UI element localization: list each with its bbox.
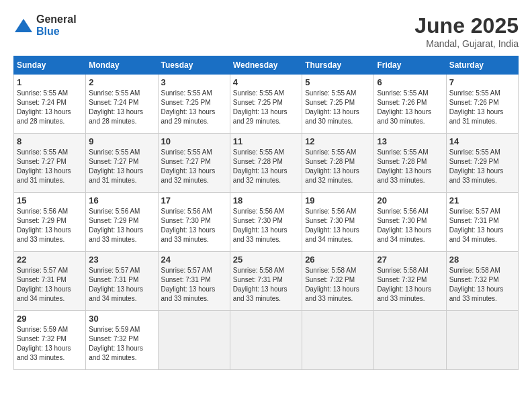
day-cell-5: 5Sunrise: 5:55 AMSunset: 7:25 PMDaylight…: [302, 75, 374, 134]
day-number-7: 7: [449, 77, 515, 87]
day-cell-9: 9Sunrise: 5:55 AMSunset: 7:27 PMDaylight…: [86, 134, 158, 193]
day-info-27: Sunrise: 5:58 AMSunset: 7:32 PMDaylight:…: [377, 266, 443, 304]
day-info-12: Sunrise: 5:55 AMSunset: 7:28 PMDaylight:…: [305, 148, 371, 185]
day-cell-11: 11Sunrise: 5:55 AMSunset: 7:28 PMDayligh…: [230, 134, 302, 193]
empty-cell: [302, 311, 374, 370]
day-cell-22: 22Sunrise: 5:57 AMSunset: 7:31 PMDayligh…: [14, 252, 86, 311]
day-cell-2: 2Sunrise: 5:55 AMSunset: 7:24 PMDaylight…: [86, 75, 158, 134]
day-cell-6: 6Sunrise: 5:55 AMSunset: 7:26 PMDaylight…: [374, 75, 446, 134]
day-info-15: Sunrise: 5:56 AMSunset: 7:29 PMDaylight:…: [17, 207, 83, 244]
day-cell-4: 4Sunrise: 5:55 AMSunset: 7:25 PMDaylight…: [230, 75, 302, 134]
header-monday: Monday: [86, 56, 158, 75]
calendar: SundayMondayTuesdayWednesdayThursdayFrid…: [13, 56, 519, 370]
logo-blue: Blue: [36, 26, 77, 38]
day-cell-29: 29Sunrise: 5:59 AMSunset: 7:32 PMDayligh…: [14, 311, 86, 370]
calendar-week-5: 29Sunrise: 5:59 AMSunset: 7:32 PMDayligh…: [14, 311, 519, 370]
day-cell-7: 7Sunrise: 5:55 AMSunset: 7:26 PMDaylight…: [446, 75, 518, 134]
day-number-24: 24: [161, 255, 227, 265]
day-info-21: Sunrise: 5:57 AMSunset: 7:31 PMDaylight:…: [449, 207, 515, 244]
day-number-10: 10: [161, 136, 227, 146]
day-info-6: Sunrise: 5:55 AMSunset: 7:26 PMDaylight:…: [377, 89, 443, 126]
day-info-29: Sunrise: 5:59 AMSunset: 7:32 PMDaylight:…: [17, 325, 83, 363]
day-info-28: Sunrise: 5:58 AMSunset: 7:32 PMDaylight:…: [449, 266, 515, 304]
day-cell-23: 23Sunrise: 5:57 AMSunset: 7:31 PMDayligh…: [86, 252, 158, 311]
location: Mandal, Gujarat, India: [414, 38, 519, 49]
header-row: SundayMondayTuesdayWednesdayThursdayFrid…: [14, 56, 519, 75]
day-cell-12: 12Sunrise: 5:55 AMSunset: 7:28 PMDayligh…: [302, 134, 374, 193]
header-sunday: Sunday: [14, 56, 86, 75]
header-saturday: Saturday: [446, 56, 518, 75]
day-number-26: 26: [305, 255, 371, 265]
day-info-1: Sunrise: 5:55 AMSunset: 7:24 PMDaylight:…: [17, 89, 83, 126]
day-info-24: Sunrise: 5:57 AMSunset: 7:31 PMDaylight:…: [161, 266, 227, 304]
day-number-28: 28: [449, 255, 515, 265]
day-cell-15: 15Sunrise: 5:56 AMSunset: 7:29 PMDayligh…: [14, 193, 86, 252]
day-info-23: Sunrise: 5:57 AMSunset: 7:31 PMDaylight:…: [89, 266, 154, 304]
day-cell-21: 21Sunrise: 5:57 AMSunset: 7:31 PMDayligh…: [446, 193, 518, 252]
day-number-9: 9: [89, 136, 154, 146]
day-number-21: 21: [449, 195, 515, 205]
empty-cell: [446, 311, 518, 370]
day-info-4: Sunrise: 5:55 AMSunset: 7:25 PMDaylight:…: [233, 89, 299, 126]
day-cell-14: 14Sunrise: 5:55 AMSunset: 7:29 PMDayligh…: [446, 134, 518, 193]
day-cell-18: 18Sunrise: 5:56 AMSunset: 7:30 PMDayligh…: [230, 193, 302, 252]
calendar-body: 1Sunrise: 5:55 AMSunset: 7:24 PMDaylight…: [14, 75, 519, 370]
logo-icon: [13, 15, 34, 36]
title-block: June 2025 Mandal, Gujarat, India: [414, 13, 519, 49]
day-cell-16: 16Sunrise: 5:56 AMSunset: 7:29 PMDayligh…: [86, 193, 158, 252]
day-cell-8: 8Sunrise: 5:55 AMSunset: 7:27 PMDaylight…: [14, 134, 86, 193]
day-info-30: Sunrise: 5:59 AMSunset: 7:32 PMDaylight:…: [89, 325, 154, 363]
day-number-13: 13: [377, 136, 443, 146]
day-cell-13: 13Sunrise: 5:55 AMSunset: 7:28 PMDayligh…: [374, 134, 446, 193]
day-number-27: 27: [377, 255, 443, 265]
day-info-16: Sunrise: 5:56 AMSunset: 7:29 PMDaylight:…: [89, 207, 154, 244]
calendar-header: SundayMondayTuesdayWednesdayThursdayFrid…: [14, 56, 519, 75]
header-friday: Friday: [374, 56, 446, 75]
empty-cell: [230, 311, 302, 370]
day-number-19: 19: [305, 195, 371, 205]
calendar-week-2: 8Sunrise: 5:55 AMSunset: 7:27 PMDaylight…: [14, 134, 519, 193]
day-cell-30: 30Sunrise: 5:59 AMSunset: 7:32 PMDayligh…: [86, 311, 158, 370]
day-info-13: Sunrise: 5:55 AMSunset: 7:28 PMDaylight:…: [377, 148, 443, 185]
day-cell-27: 27Sunrise: 5:58 AMSunset: 7:32 PMDayligh…: [374, 252, 446, 311]
day-info-10: Sunrise: 5:55 AMSunset: 7:27 PMDaylight:…: [161, 148, 227, 185]
header-wednesday: Wednesday: [230, 56, 302, 75]
day-info-17: Sunrise: 5:56 AMSunset: 7:30 PMDaylight:…: [161, 207, 227, 244]
day-info-7: Sunrise: 5:55 AMSunset: 7:26 PMDaylight:…: [449, 89, 515, 126]
day-info-8: Sunrise: 5:55 AMSunset: 7:27 PMDaylight:…: [17, 148, 83, 185]
day-number-11: 11: [233, 136, 299, 146]
day-info-25: Sunrise: 5:58 AMSunset: 7:31 PMDaylight:…: [233, 266, 299, 304]
day-info-19: Sunrise: 5:56 AMSunset: 7:30 PMDaylight:…: [305, 207, 371, 244]
day-cell-19: 19Sunrise: 5:56 AMSunset: 7:30 PMDayligh…: [302, 193, 374, 252]
day-number-5: 5: [305, 77, 371, 87]
day-info-5: Sunrise: 5:55 AMSunset: 7:25 PMDaylight:…: [305, 89, 371, 126]
day-number-20: 20: [377, 195, 443, 205]
day-number-18: 18: [233, 195, 299, 205]
day-info-18: Sunrise: 5:56 AMSunset: 7:30 PMDaylight:…: [233, 207, 299, 244]
day-cell-25: 25Sunrise: 5:58 AMSunset: 7:31 PMDayligh…: [230, 252, 302, 311]
day-number-12: 12: [305, 136, 371, 146]
day-number-30: 30: [89, 314, 154, 324]
page-header: General Blue June 2025 Mandal, Gujarat, …: [13, 13, 519, 49]
header-thursday: Thursday: [302, 56, 374, 75]
calendar-week-3: 15Sunrise: 5:56 AMSunset: 7:29 PMDayligh…: [14, 193, 519, 252]
day-info-3: Sunrise: 5:55 AMSunset: 7:25 PMDaylight:…: [161, 89, 227, 126]
day-cell-3: 3Sunrise: 5:55 AMSunset: 7:25 PMDaylight…: [158, 75, 230, 134]
logo-text: General Blue: [36, 13, 77, 37]
day-number-17: 17: [161, 195, 227, 205]
day-number-25: 25: [233, 255, 299, 265]
day-cell-28: 28Sunrise: 5:58 AMSunset: 7:32 PMDayligh…: [446, 252, 518, 311]
empty-cell: [374, 311, 446, 370]
day-number-8: 8: [17, 136, 83, 146]
calendar-week-1: 1Sunrise: 5:55 AMSunset: 7:24 PMDaylight…: [14, 75, 519, 134]
day-number-14: 14: [449, 136, 515, 146]
day-number-23: 23: [89, 255, 154, 265]
day-number-6: 6: [377, 77, 443, 87]
svg-marker-0: [15, 19, 32, 32]
day-number-16: 16: [89, 195, 154, 205]
day-cell-10: 10Sunrise: 5:55 AMSunset: 7:27 PMDayligh…: [158, 134, 230, 193]
day-number-4: 4: [233, 77, 299, 87]
day-number-3: 3: [161, 77, 227, 87]
day-info-14: Sunrise: 5:55 AMSunset: 7:29 PMDaylight:…: [449, 148, 515, 185]
day-info-9: Sunrise: 5:55 AMSunset: 7:27 PMDaylight:…: [89, 148, 154, 185]
